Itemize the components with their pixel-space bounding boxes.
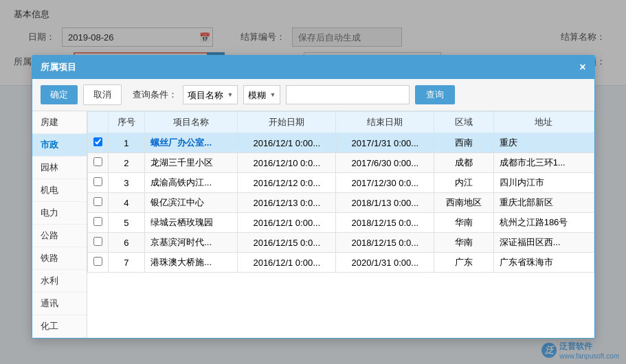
row-checkbox-3[interactable] [93, 197, 102, 206]
search-input[interactable] [286, 85, 410, 104]
row-address: 成都市北三环1... [493, 153, 594, 173]
col-region: 区域 [434, 112, 493, 133]
row-address: 广东省珠海市 [493, 253, 594, 273]
row-checkbox-0[interactable] [93, 137, 102, 146]
row-checkbox-cell[interactable] [87, 173, 108, 193]
row-end: 2017/1/31 0:00... [336, 133, 434, 153]
row-checkbox-cell[interactable] [87, 193, 108, 213]
row-checkbox-cell[interactable] [87, 253, 108, 273]
row-address: 重庆 [493, 133, 594, 153]
col-index: 序号 [108, 112, 145, 133]
row-start: 2016/12/15 0:0... [238, 233, 336, 253]
sidebar-item-shizheng[interactable]: 市政 [32, 134, 87, 157]
row-checkbox-cell[interactable] [87, 213, 108, 233]
modal-overlay: 所属项目 × 确定 取消 查询条件： 项目名称 项目编号 模糊 精确 查询 [0, 0, 626, 364]
project-table: 序号 项目名称 开始日期 结束日期 区域 地址 1 螺丝厂办公室... 2016… [87, 111, 594, 273]
row-region: 华南 [434, 233, 493, 253]
query-field-select-wrapper: 项目名称 项目编号 [183, 85, 238, 104]
row-address: 深证福田区西... [493, 233, 594, 253]
row-end: 2017/12/30 0:0... [336, 173, 434, 193]
sidebar-item-tongxun[interactable]: 通讯 [32, 293, 87, 315]
row-end: 2018/12/15 0:0... [336, 213, 434, 233]
query-match-select-wrapper: 模糊 精确 [243, 85, 280, 104]
row-start: 2016/12/1 0:00... [238, 253, 336, 273]
row-id: 2 [108, 153, 145, 173]
table-header-row: 序号 项目名称 开始日期 结束日期 区域 地址 [87, 112, 594, 133]
row-id: 3 [108, 173, 145, 193]
col-checkbox [87, 112, 108, 133]
col-start: 开始日期 [238, 112, 336, 133]
row-end: 2017/6/30 0:00... [336, 153, 434, 173]
row-region: 西南 [434, 133, 493, 153]
row-start: 2016/12/12 0:0... [238, 173, 336, 193]
table-row[interactable]: 4 银亿滨江中心 2016/12/13 0:0... 2018/1/13 0:0… [87, 193, 594, 213]
row-name: 螺丝厂办公室... [145, 133, 238, 153]
query-match-select[interactable]: 模糊 精确 [243, 85, 280, 104]
row-id: 1 [108, 133, 145, 153]
modal-toolbar: 确定 取消 查询条件： 项目名称 项目编号 模糊 精确 查询 [32, 79, 594, 111]
query-condition-label: 查询条件： [133, 89, 177, 101]
sidebar-item-jidian[interactable]: 机电 [32, 179, 87, 202]
modal-title: 所属项目 [41, 61, 76, 73]
row-region: 成都 [434, 153, 493, 173]
row-start: 2016/12/1 0:00... [238, 133, 336, 153]
confirm-button[interactable]: 确定 [41, 85, 78, 104]
cancel-button[interactable]: 取消 [83, 84, 122, 105]
row-id: 7 [108, 253, 145, 273]
row-checkbox-5[interactable] [93, 237, 102, 246]
col-name: 项目名称 [145, 112, 238, 133]
row-end: 2018/1/13 0:00... [336, 193, 434, 213]
query-field-select[interactable]: 项目名称 项目编号 [183, 85, 238, 104]
row-address: 重庆北部新区 [493, 193, 594, 213]
modal-body: 房建 市政 园林 机电 电力 公路 铁路 水利 通讯 化工 港口 装饰 [32, 111, 594, 338]
sidebar-item-gonglu[interactable]: 公路 [32, 225, 87, 247]
project-table-wrapper: 序号 项目名称 开始日期 结束日期 区域 地址 1 螺丝厂办公室... 2016… [87, 111, 594, 338]
row-name: 龙湖三千里小区 [145, 153, 238, 173]
row-id: 4 [108, 193, 145, 213]
row-id: 6 [108, 233, 145, 253]
row-checkbox-cell[interactable] [87, 233, 108, 253]
sidebar-item-tielu[interactable]: 铁路 [32, 247, 87, 270]
table-row[interactable]: 2 龙湖三千里小区 2016/12/10 0:0... 2017/6/30 0:… [87, 153, 594, 173]
search-button[interactable]: 查询 [415, 85, 455, 104]
modal-header: 所属项目 × [32, 56, 594, 79]
row-start: 2016/12/13 0:0... [238, 193, 336, 213]
row-region: 华南 [434, 213, 493, 233]
table-row[interactable]: 6 京基滨河时代... 2016/12/15 0:0... 2018/12/15… [87, 233, 594, 253]
table-row[interactable]: 3 成渝高铁内江... 2016/12/12 0:0... 2017/12/30… [87, 173, 594, 193]
row-start: 2016/12/1 0:00... [238, 213, 336, 233]
row-checkbox-cell[interactable] [87, 153, 108, 173]
row-end: 2020/1/31 0:00... [336, 253, 434, 273]
row-address: 四川内江市 [493, 173, 594, 193]
project-modal: 所属项目 × 确定 取消 查询条件： 项目名称 项目编号 模糊 精确 查询 [32, 55, 595, 339]
row-start: 2016/12/10 0:0... [238, 153, 336, 173]
row-name: 绿城云栖玫瑰园 [145, 213, 238, 233]
sidebar-item-fangj[interactable]: 房建 [32, 111, 87, 134]
row-checkbox-2[interactable] [93, 177, 102, 186]
row-region: 内江 [434, 173, 493, 193]
row-name: 成渝高铁内江... [145, 173, 238, 193]
row-end: 2018/12/15 0:0... [336, 233, 434, 253]
row-region: 西南地区 [434, 193, 493, 213]
row-name: 京基滨河时代... [145, 233, 238, 253]
row-checkbox-4[interactable] [93, 217, 102, 226]
row-checkbox-6[interactable] [93, 257, 102, 266]
row-checkbox-1[interactable] [93, 157, 102, 166]
sidebar-item-huagong[interactable]: 化工 [32, 315, 87, 338]
sidebar-item-shuili[interactable]: 水利 [32, 270, 87, 293]
table-row[interactable]: 5 绿城云栖玫瑰园 2016/12/1 0:00... 2018/12/15 0… [87, 213, 594, 233]
sidebar-item-yuanlin[interactable]: 园林 [32, 157, 87, 179]
row-region: 广东 [434, 253, 493, 273]
table-row[interactable]: 7 港珠澳大桥施... 2016/12/1 0:00... 2020/1/31 … [87, 253, 594, 273]
col-end: 结束日期 [336, 112, 434, 133]
table-row[interactable]: 1 螺丝厂办公室... 2016/12/1 0:00... 2017/1/31 … [87, 133, 594, 153]
row-id: 5 [108, 213, 145, 233]
sidebar-item-dianli[interactable]: 电力 [32, 202, 87, 225]
col-address: 地址 [493, 112, 594, 133]
row-address: 杭州之江路186号 [493, 213, 594, 233]
modal-close-button[interactable]: × [579, 62, 585, 73]
category-sidebar: 房建 市政 园林 机电 电力 公路 铁路 水利 通讯 化工 港口 装饰 [32, 111, 87, 338]
row-name: 港珠澳大桥施... [145, 253, 238, 273]
row-checkbox-cell[interactable] [87, 133, 108, 153]
row-name: 银亿滨江中心 [145, 193, 238, 213]
